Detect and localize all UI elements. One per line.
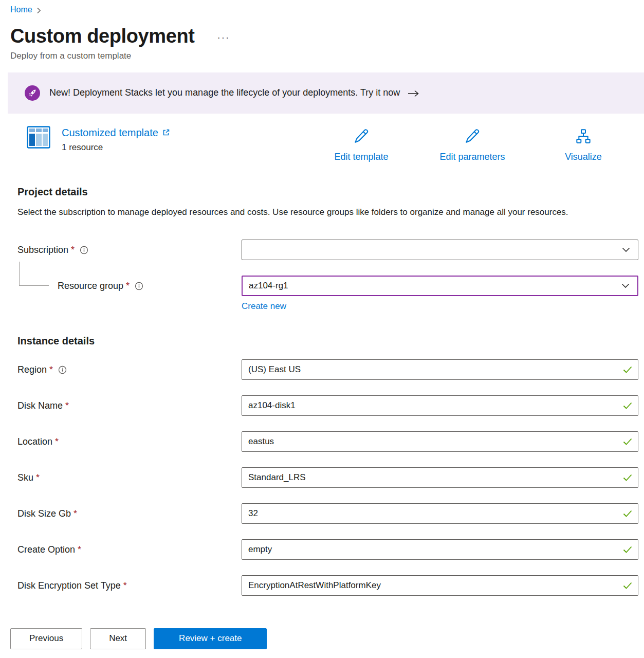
disk-size-label-cell: Disk Size Gb * — [17, 508, 242, 519]
required-asterisk: * — [55, 436, 59, 447]
create-option-label: Create Option — [17, 544, 75, 555]
field-connector-line — [19, 262, 49, 286]
visualize-button[interactable]: Visualize — [528, 128, 639, 162]
breadcrumb-home-link[interactable]: Home — [10, 5, 32, 14]
review-create-button[interactable]: Review + create — [154, 628, 267, 649]
instance-details-heading: Instance details — [17, 335, 644, 347]
location-label: Location — [17, 436, 52, 447]
sku-control-cell — [242, 467, 638, 488]
disk-encryption-label: Disk Encryption Set Type — [17, 580, 121, 591]
template-resource-count: 1 resource — [62, 142, 170, 153]
resource-group-label-cell: Resource group * — [17, 281, 242, 291]
sku-label: Sku — [17, 472, 33, 483]
required-asterisk: * — [65, 400, 69, 411]
required-asterisk: * — [73, 508, 77, 519]
disk-size-control-cell — [242, 503, 638, 524]
edit-parameters-label: Edit parameters — [439, 152, 505, 162]
previous-button[interactable]: Previous — [10, 628, 82, 649]
visualize-label: Visualize — [565, 152, 602, 162]
create-option-input[interactable] — [242, 539, 638, 560]
customized-template-link[interactable]: Customized template — [62, 127, 170, 139]
info-icon[interactable] — [80, 246, 88, 254]
region-input[interactable] — [242, 359, 638, 380]
template-summary-row: Customized template 1 resource — [27, 126, 639, 162]
disk-name-control-cell — [242, 395, 638, 416]
more-options-button[interactable]: ··· — [217, 32, 230, 43]
disk-size-input[interactable] — [242, 503, 638, 524]
checkmark-icon — [623, 402, 632, 409]
required-asterisk: * — [71, 245, 75, 255]
required-asterisk: * — [126, 281, 130, 291]
checkmark-icon — [623, 582, 632, 589]
resource-group-label: Resource group — [58, 281, 123, 291]
required-asterisk: * — [49, 364, 53, 375]
disk-name-label: Disk Name — [17, 400, 63, 411]
disk-encryption-control-cell — [242, 575, 638, 596]
title-row: Custom deployment ··· — [10, 25, 644, 48]
location-control-cell — [242, 431, 638, 452]
create-option-field-row: Create Option * — [17, 539, 638, 560]
template-actions: Edit template Edit parameters — [306, 126, 639, 162]
project-details-description: Select the subscription to manage deploy… — [17, 205, 609, 220]
checkmark-icon — [623, 474, 632, 481]
location-field-row: Location * — [17, 431, 638, 452]
wizard-footer: Previous Next Review + create — [0, 619, 644, 658]
checkmark-icon — [623, 546, 632, 553]
template-info: Customized template 1 resource — [27, 126, 170, 162]
template-name-label: Customized template — [62, 127, 158, 139]
disk-name-label-cell: Disk Name * — [17, 400, 242, 411]
instance-details-form: Region * Disk Name * — [17, 359, 638, 596]
disk-name-field-row: Disk Name * — [17, 395, 638, 416]
subscription-dropdown[interactable] — [242, 240, 638, 260]
chevron-right-icon — [36, 7, 41, 14]
disk-encryption-field-row: Disk Encryption Set Type * — [17, 575, 638, 596]
subscription-label-cell: Subscription * — [17, 245, 242, 255]
disk-size-label: Disk Size Gb — [17, 508, 71, 519]
region-control-cell — [242, 359, 638, 380]
edit-parameters-button[interactable]: Edit parameters — [417, 128, 528, 162]
arrow-right-icon — [408, 89, 419, 98]
sku-input[interactable] — [242, 467, 638, 488]
edit-template-button[interactable]: Edit template — [306, 128, 417, 162]
next-button[interactable]: Next — [90, 628, 146, 649]
subscription-control-cell — [242, 240, 638, 260]
pencil-icon — [353, 128, 370, 147]
visualize-icon — [575, 128, 592, 147]
disk-name-input[interactable] — [242, 395, 638, 416]
info-icon[interactable] — [58, 365, 67, 374]
template-icon — [27, 126, 50, 162]
location-input[interactable] — [242, 431, 638, 452]
chevron-down-icon — [622, 247, 630, 252]
deployment-stacks-banner[interactable]: New! Deployment Stacks let you manage th… — [8, 72, 644, 114]
project-details-form: Subscription * Resource group * — [17, 240, 638, 312]
project-details-heading: Project details — [17, 186, 644, 198]
create-option-control-cell — [242, 539, 638, 560]
disk-encryption-label-cell: Disk Encryption Set Type * — [17, 580, 242, 591]
subscription-label: Subscription — [17, 245, 68, 255]
rocket-icon — [25, 85, 40, 101]
pencil-icon — [464, 128, 481, 147]
resource-group-field-row: Resource group * az104-rg1 — [17, 276, 638, 296]
required-asterisk: * — [78, 544, 81, 555]
sku-label-cell: Sku * — [17, 472, 242, 483]
resource-group-control-cell: az104-rg1 — [242, 276, 638, 296]
region-label: Region — [17, 364, 47, 375]
subscription-field-row: Subscription * — [17, 240, 638, 260]
disk-size-field-row: Disk Size Gb * — [17, 503, 638, 524]
info-icon[interactable] — [135, 282, 143, 290]
checkmark-icon — [623, 510, 632, 517]
checkmark-icon — [623, 438, 632, 445]
page-title: Custom deployment — [10, 25, 194, 48]
required-asterisk: * — [36, 472, 40, 483]
external-link-icon — [162, 127, 170, 139]
page-subtitle: Deploy from a custom template — [10, 51, 644, 61]
template-texts: Customized template 1 resource — [62, 126, 170, 162]
sku-field-row: Sku * — [17, 467, 638, 488]
edit-template-label: Edit template — [334, 152, 388, 162]
banner-text: New! Deployment Stacks let you manage th… — [49, 87, 400, 98]
create-new-link[interactable]: Create new — [242, 301, 286, 312]
resource-group-dropdown[interactable]: az104-rg1 — [242, 276, 638, 296]
chevron-down-icon — [621, 283, 630, 288]
region-field-row: Region * — [17, 359, 638, 380]
disk-encryption-input[interactable] — [242, 575, 638, 596]
